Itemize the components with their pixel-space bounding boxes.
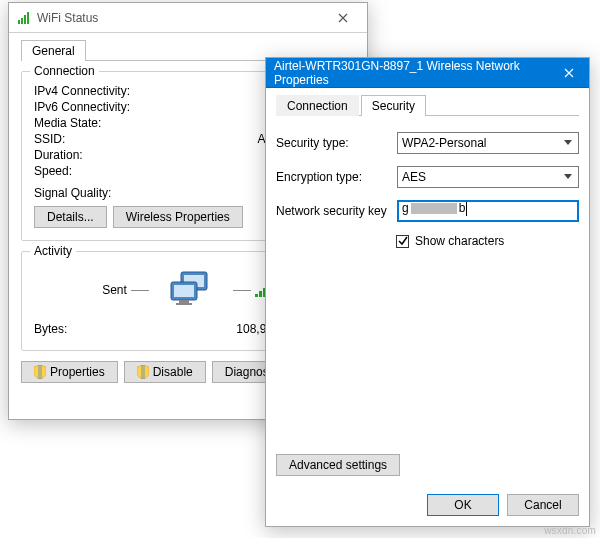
duration-label: Duration: xyxy=(34,148,174,162)
wifi-icon xyxy=(17,11,31,25)
sent-label: Sent xyxy=(102,283,153,297)
encryption-type-value: AES xyxy=(402,170,426,184)
watermark: wsxdn.com xyxy=(544,525,596,536)
tab-connection[interactable]: Connection xyxy=(276,95,359,116)
ssid-label: SSID: xyxy=(34,132,174,146)
disable-button-label: Disable xyxy=(153,365,193,379)
advanced-settings-button[interactable]: Advanced settings xyxy=(276,454,400,476)
encryption-type-select[interactable]: AES xyxy=(397,166,579,188)
close-icon[interactable] xyxy=(549,58,589,88)
shield-icon xyxy=(137,365,149,379)
bytes-label: Bytes: xyxy=(34,322,174,336)
svg-rect-7 xyxy=(174,285,194,297)
wireless-properties-window: Airtel-WRTR301GN-8897_1 Wireless Network… xyxy=(265,57,590,527)
row-encryption-type: Encryption type: AES xyxy=(276,166,579,188)
group-connection-legend: Connection xyxy=(30,64,99,78)
properties-button[interactable]: Properties xyxy=(21,361,118,383)
row-network-key: Network security key gb xyxy=(276,200,579,222)
tab-general[interactable]: General xyxy=(21,40,86,61)
encryption-type-label: Encryption type: xyxy=(276,170,391,184)
security-type-value: WPA2-Personal xyxy=(402,136,486,150)
redacted-segment xyxy=(411,203,457,214)
close-icon[interactable] xyxy=(327,8,359,28)
props-titlebar[interactable]: Airtel-WRTR301GN-8897_1 Wireless Network… xyxy=(266,58,589,88)
show-characters-label: Show characters xyxy=(415,234,504,248)
security-type-label: Security type: xyxy=(276,136,391,150)
chevron-down-icon xyxy=(560,167,576,187)
network-key-label: Network security key xyxy=(276,204,391,218)
props-title: Airtel-WRTR301GN-8897_1 Wireless Network… xyxy=(274,59,549,87)
svg-rect-3 xyxy=(27,12,29,24)
group-activity-legend: Activity xyxy=(30,244,76,258)
svg-rect-9 xyxy=(176,303,192,305)
media-label: Media State: xyxy=(34,116,174,130)
props-body: Connection Security Security type: WPA2-… xyxy=(266,88,589,526)
ok-button[interactable]: OK xyxy=(427,494,499,516)
ipv6-label: IPv6 Connectivity: xyxy=(34,100,174,114)
security-type-select[interactable]: WPA2-Personal xyxy=(397,132,579,154)
status-titlebar[interactable]: WiFi Status xyxy=(9,3,367,33)
props-tabbar: Connection Security xyxy=(276,94,579,116)
ipv4-label: IPv4 Connectivity: xyxy=(34,84,174,98)
wireless-properties-button[interactable]: Wireless Properties xyxy=(113,206,243,228)
details-button[interactable]: Details... xyxy=(34,206,107,228)
row-show-characters: Show characters xyxy=(396,234,579,248)
network-key-suffix: b xyxy=(459,201,466,215)
svg-rect-2 xyxy=(24,15,26,24)
svg-rect-1 xyxy=(21,18,23,24)
row-security-type: Security type: WPA2-Personal xyxy=(276,132,579,154)
chevron-down-icon xyxy=(560,133,576,153)
disable-button[interactable]: Disable xyxy=(124,361,206,383)
network-key-input[interactable]: gb xyxy=(397,200,579,222)
cancel-button[interactable]: Cancel xyxy=(507,494,579,516)
text-caret xyxy=(466,202,467,216)
props-footer-buttons: OK Cancel xyxy=(276,476,579,516)
svg-rect-8 xyxy=(179,300,189,303)
show-characters-checkbox[interactable] xyxy=(396,235,409,248)
monitors-icon xyxy=(167,270,215,310)
svg-rect-0 xyxy=(18,20,20,24)
tab-security[interactable]: Security xyxy=(361,95,426,116)
properties-button-label: Properties xyxy=(50,365,105,379)
signal-label: Signal Quality: xyxy=(34,186,174,200)
status-title: WiFi Status xyxy=(37,11,327,25)
network-key-prefix: g xyxy=(402,201,409,215)
shield-icon xyxy=(34,365,46,379)
speed-label: Speed: xyxy=(34,164,174,178)
